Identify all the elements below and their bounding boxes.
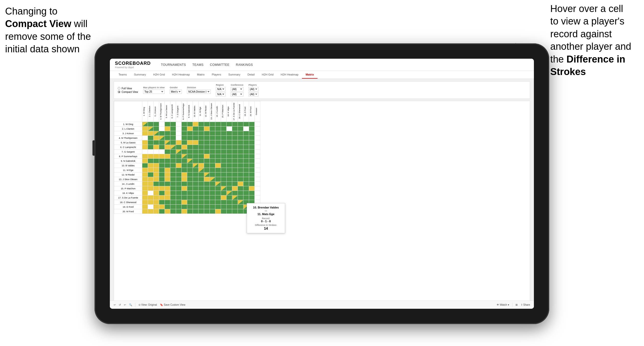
matrix-cell[interactable] xyxy=(249,150,255,154)
matrix-cell[interactable] xyxy=(232,177,238,182)
matrix-cell[interactable] xyxy=(148,122,154,127)
matrix-cell[interactable] xyxy=(165,154,170,159)
redo-btn1[interactable]: ↺ xyxy=(119,303,121,306)
matrix-cell[interactable] xyxy=(170,182,176,186)
matrix-cell[interactable] xyxy=(170,168,176,172)
matrix-cell[interactable] xyxy=(187,159,193,163)
matrix-cell[interactable] xyxy=(142,182,148,186)
matrix-cell[interactable] xyxy=(255,186,260,191)
matrix-cell[interactable] xyxy=(182,159,187,163)
matrix-cell[interactable] xyxy=(165,150,170,154)
matrix-cell[interactable] xyxy=(249,177,255,182)
matrix-cell[interactable] xyxy=(142,172,148,177)
matrix-cell[interactable] xyxy=(193,159,198,163)
matrix-cell[interactable] xyxy=(182,205,187,209)
matrix-cell[interactable] xyxy=(215,200,221,205)
matrix-cell[interactable] xyxy=(210,136,215,140)
matrix-cell[interactable] xyxy=(182,168,187,172)
matrix-cell[interactable] xyxy=(159,154,165,159)
matrix-cell[interactable] xyxy=(198,177,204,182)
matrix-cell[interactable] xyxy=(238,140,243,145)
matrix-cell[interactable] xyxy=(170,154,176,159)
matrix-cell[interactable] xyxy=(142,131,148,136)
share-btn[interactable]: ⇧ Share xyxy=(521,303,530,306)
matrix-cell[interactable] xyxy=(142,127,148,131)
matrix-cell[interactable] xyxy=(165,172,170,177)
matrix-cell[interactable] xyxy=(148,182,154,186)
matrix-cell[interactable] xyxy=(142,154,148,159)
matrix-cell[interactable] xyxy=(232,122,238,127)
matrix-cell[interactable] xyxy=(232,195,238,200)
matrix-cell[interactable] xyxy=(193,131,198,136)
matrix-cell[interactable] xyxy=(142,186,148,191)
matrix-cell[interactable] xyxy=(165,163,170,168)
matrix-cell[interactable] xyxy=(249,159,255,163)
matrix-cell[interactable] xyxy=(238,163,243,168)
matrix-cell[interactable] xyxy=(198,150,204,154)
matrix-cell[interactable] xyxy=(170,131,176,136)
matrix-cell[interactable] xyxy=(238,145,243,150)
matrix-cell[interactable] xyxy=(176,159,182,163)
matrix-cell[interactable] xyxy=(187,136,193,140)
matrix-cell[interactable] xyxy=(193,150,198,154)
matrix-cell[interactable] xyxy=(249,195,255,200)
matrix-cell[interactable] xyxy=(193,177,198,182)
matrix-cell[interactable] xyxy=(227,182,232,186)
matrix-cell[interactable] xyxy=(221,131,227,136)
matrix-cell[interactable] xyxy=(148,127,154,131)
matrix-cell[interactable] xyxy=(204,195,210,200)
matrix-cell[interactable] xyxy=(148,163,154,168)
matrix-cell[interactable] xyxy=(204,200,210,205)
matrix-cell[interactable] xyxy=(142,122,148,127)
matrix-cell[interactable] xyxy=(232,131,238,136)
matrix-cell[interactable] xyxy=(142,200,148,205)
matrix-cell[interactable] xyxy=(249,172,255,177)
matrix-cell[interactable] xyxy=(142,191,148,195)
matrix-cell[interactable] xyxy=(227,163,232,168)
matrix-cell[interactable] xyxy=(154,131,159,136)
matrix-cell[interactable] xyxy=(176,209,182,214)
matrix-cell[interactable] xyxy=(210,122,215,127)
matrix-cell[interactable] xyxy=(210,209,215,214)
matrix-cell[interactable] xyxy=(198,191,204,195)
matrix-cell[interactable] xyxy=(227,209,232,214)
matrix-cell[interactable] xyxy=(249,168,255,172)
matrix-cell[interactable] xyxy=(221,186,227,191)
matrix-cell[interactable] xyxy=(176,172,182,177)
matrix-cell[interactable] xyxy=(187,200,193,205)
matrix-cell[interactable] xyxy=(255,195,260,200)
matrix-cell[interactable] xyxy=(215,168,221,172)
matrix-cell[interactable] xyxy=(170,172,176,177)
matrix-cell[interactable] xyxy=(210,172,215,177)
matrix-cell[interactable] xyxy=(243,140,249,145)
matrix-cell[interactable] xyxy=(193,172,198,177)
matrix-cell[interactable] xyxy=(159,163,165,168)
tab-detail[interactable]: Detail xyxy=(244,71,258,79)
tab-h2hgrid1[interactable]: H2H Grid xyxy=(149,71,168,79)
matrix-cell[interactable] xyxy=(204,127,210,131)
matrix-cell[interactable] xyxy=(187,154,193,159)
matrix-cell[interactable] xyxy=(210,182,215,186)
matrix-cell[interactable] xyxy=(255,122,260,127)
matrix-cell[interactable] xyxy=(238,195,243,200)
matrix-cell[interactable] xyxy=(238,136,243,140)
matrix-cell[interactable] xyxy=(227,200,232,205)
tab-summary2[interactable]: Summary xyxy=(225,71,244,79)
matrix-cell[interactable] xyxy=(198,168,204,172)
matrix-cell[interactable] xyxy=(249,191,255,195)
matrix-cell[interactable] xyxy=(204,186,210,191)
matrix-cell[interactable] xyxy=(249,145,255,150)
matrix-cell[interactable] xyxy=(210,186,215,191)
matrix-cell[interactable] xyxy=(243,168,249,172)
filter-conference-select2[interactable]: (All) xyxy=(231,92,243,96)
matrix-cell[interactable] xyxy=(227,205,232,209)
matrix-cell[interactable] xyxy=(187,150,193,154)
matrix-cell[interactable] xyxy=(154,154,159,159)
matrix-cell[interactable] xyxy=(159,127,165,131)
matrix-cell[interactable] xyxy=(193,122,198,127)
matrix-cell[interactable] xyxy=(159,182,165,186)
matrix-cell[interactable] xyxy=(159,209,165,214)
matrix-cell[interactable] xyxy=(255,140,260,145)
matrix-cell[interactable] xyxy=(232,163,238,168)
matrix-cell[interactable] xyxy=(255,177,260,182)
